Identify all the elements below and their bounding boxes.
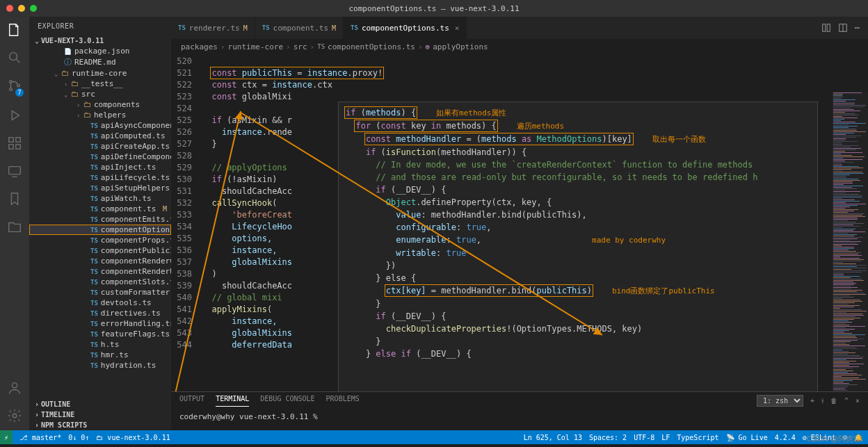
svg-point-1: [10, 81, 13, 83]
file-tree: 📄package.json ⓘREADME.md ⌄🗀runtime-core …: [29, 46, 171, 399]
tab-bar: TSrenderer.tsM TScomponent.tsM TScompone…: [171, 17, 868, 39]
sidebar-section-timeline[interactable]: ›TIMELINE: [29, 409, 171, 420]
file-item[interactable]: TSapiInject.ts: [29, 162, 171, 172]
status-bar: ⚡ ⎇ master* 0↓ 0↑ 🗀 vue-next-3.0.11 Ln 6…: [0, 430, 868, 444]
remote-icon[interactable]: [7, 163, 22, 179]
folder-item[interactable]: ⌄🗀src: [29, 89, 171, 99]
maximize-panel-icon[interactable]: ^: [844, 397, 849, 405]
file-item-active[interactable]: TScomponentOptions.ts: [29, 225, 171, 235]
project-icon[interactable]: [7, 219, 22, 234]
bookmark-icon[interactable]: [7, 191, 22, 206]
new-terminal-icon[interactable]: +: [810, 397, 814, 405]
file-item[interactable]: TScomponentPublicInstan…: [29, 245, 171, 256]
status-sync[interactable]: 0↓ 0↑: [68, 434, 89, 441]
sidebar: EXPLORER ⌄VUE-NEXT-3.0.11 📄package.json …: [29, 17, 171, 430]
close-panel-icon[interactable]: ×: [855, 397, 860, 405]
trash-icon[interactable]: 🗑: [830, 397, 837, 405]
file-item[interactable]: TSapiComputed.ts: [29, 131, 171, 141]
minimap[interactable]: [832, 92, 868, 391]
file-item[interactable]: TScomponentSlots.ts: [29, 277, 171, 287]
extensions-icon[interactable]: [7, 136, 22, 151]
status-eol[interactable]: LF: [661, 434, 670, 441]
status-golive[interactable]: 📡 Go Live: [726, 434, 768, 441]
maximize-window-icon[interactable]: [30, 5, 37, 12]
window-controls: [0, 5, 37, 12]
tab-component[interactable]: TScomponent.tsM: [255, 17, 344, 39]
status-version[interactable]: 4.2.4: [775, 434, 796, 441]
svg-rect-6: [9, 145, 13, 149]
split-icon[interactable]: [838, 23, 848, 33]
svg-rect-11: [823, 24, 826, 32]
status-project[interactable]: 🗀 vue-next-3.0.11: [96, 434, 170, 441]
file-item[interactable]: TScomponentEmits.ts: [29, 214, 171, 225]
status-position[interactable]: Ln 625, Col 13: [524, 434, 582, 441]
file-item[interactable]: ⓘREADME.md: [29, 56, 171, 68]
minimize-window-icon[interactable]: [18, 5, 25, 12]
file-item[interactable]: TSapiAsyncComponent.ts: [29, 120, 171, 131]
status-spaces[interactable]: Spaces: 2: [589, 434, 627, 441]
terminal-shell-select[interactable]: 1: zsh: [757, 395, 803, 407]
close-icon[interactable]: ×: [455, 24, 460, 33]
sidebar-section-npm[interactable]: ›NPM SCRIPTS: [29, 420, 171, 430]
file-item[interactable]: TScomponent.tsM: [29, 204, 171, 214]
terminal-tab-output[interactable]: OUTPUT: [179, 395, 204, 407]
tab-componentoptions[interactable]: TScomponentOptions.ts×: [344, 17, 467, 39]
file-item[interactable]: TScustomFormatter.ts: [29, 287, 171, 298]
account-icon[interactable]: [7, 380, 22, 396]
folder-item[interactable]: ›🗀components: [29, 99, 171, 110]
watermark: CSDN @阿虎SJ: [807, 434, 862, 444]
code-overlay: if (methods) { 如果有methods属性 for (const k…: [338, 101, 818, 391]
terminal-tab-debug[interactable]: DEBUG CONSOLE: [260, 395, 314, 407]
svg-point-10: [13, 414, 17, 418]
gear-icon[interactable]: [7, 408, 22, 423]
svg-point-0: [10, 53, 17, 60]
file-item[interactable]: TShydration.ts: [29, 360, 171, 371]
folder-item[interactable]: ›🗀__tests__: [29, 79, 171, 89]
editor-area: TSrenderer.tsM TScomponent.tsM TScompone…: [171, 17, 868, 430]
search-icon[interactable]: [7, 50, 22, 65]
file-item[interactable]: TSerrorHandling.ts: [29, 318, 171, 329]
status-branch[interactable]: ⎇ master*: [19, 434, 61, 441]
sidebar-section-outline[interactable]: ›OUTLINE: [29, 399, 171, 409]
tab-renderer[interactable]: TSrenderer.tsM: [171, 17, 255, 39]
breadcrumb[interactable]: packages› runtime-core› src› TScomponent…: [171, 39, 868, 54]
terminal-tab-terminal[interactable]: TERMINAL: [216, 395, 249, 407]
debug-icon[interactable]: [7, 108, 22, 123]
file-item[interactable]: TSapiCreateApp.ts: [29, 141, 171, 152]
file-item[interactable]: 📄package.json: [29, 46, 171, 56]
sidebar-section-root[interactable]: ⌄VUE-NEXT-3.0.11: [29, 35, 171, 46]
file-item[interactable]: TScomponentProps.ts: [29, 235, 171, 245]
folder-item[interactable]: ›🗀helpers: [29, 110, 171, 120]
line-gutter: 520 521 522 523 524 525 526 527 528 529 …: [171, 54, 202, 391]
file-item[interactable]: TSapiWatch.ts: [29, 193, 171, 204]
svg-rect-7: [16, 145, 20, 149]
status-encoding[interactable]: UTF-8: [634, 434, 654, 441]
source-control-icon[interactable]: [7, 78, 22, 93]
file-item[interactable]: TSapiSetupHelpers.ts: [29, 183, 171, 193]
folder-item[interactable]: ⌄🗀runtime-core: [29, 68, 171, 79]
more-icon[interactable]: ⋯: [855, 23, 860, 33]
activity-bar: [0, 17, 29, 430]
file-item[interactable]: TSfeatureFlags.ts: [29, 329, 171, 339]
compare-icon[interactable]: [821, 23, 831, 33]
remote-indicator[interactable]: ⚡: [0, 430, 13, 444]
terminal-body[interactable]: coderwhy@why vue-next-3.0.11 %: [171, 409, 868, 424]
svg-point-2: [10, 88, 13, 91]
svg-point-9: [12, 383, 17, 388]
file-item[interactable]: TSdirectives.ts: [29, 308, 171, 318]
close-window-icon[interactable]: [6, 5, 13, 12]
split-terminal-icon[interactable]: ⫲: [821, 397, 823, 405]
terminal-tab-problems[interactable]: PROBLEMS: [326, 395, 360, 407]
code-editor[interactable]: 520 521 522 523 524 525 526 527 528 529 …: [171, 54, 868, 391]
svg-rect-8: [9, 167, 21, 174]
file-item[interactable]: TScomponentRenderUtils.ts: [29, 266, 171, 277]
status-language[interactable]: TypeScript: [677, 434, 718, 441]
explorer-icon[interactable]: [7, 22, 22, 38]
window-title: componentOptions.ts — vue-next-3.0.11: [348, 4, 519, 13]
file-item[interactable]: TSdevtools.ts: [29, 298, 171, 308]
file-item[interactable]: TShmr.ts: [29, 350, 171, 360]
file-item[interactable]: TSapiLifecycle.ts: [29, 172, 171, 183]
file-item[interactable]: TSapiDefineComponent.ts: [29, 152, 171, 162]
file-item[interactable]: TSh.ts: [29, 339, 171, 350]
file-item[interactable]: TScomponentRenderConte…: [29, 256, 171, 266]
